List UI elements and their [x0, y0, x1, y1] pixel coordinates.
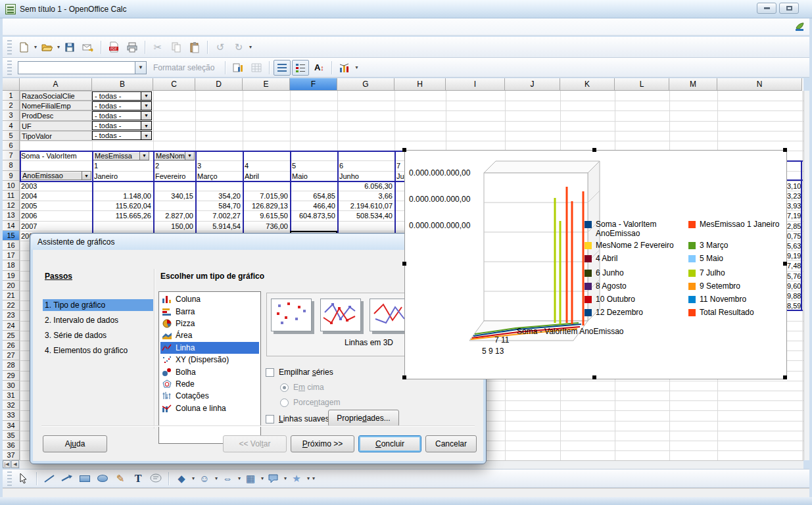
callouts-tool[interactable]	[266, 471, 281, 487]
chevron-down-icon[interactable]: ▾	[57, 44, 60, 50]
cell-G12[interactable]: 2.194.610,07	[339, 201, 393, 211]
row-header-30[interactable]: 30	[3, 381, 20, 391]
column-header-H[interactable]: H	[394, 78, 446, 91]
properties-button[interactable]: Propriedades...	[328, 410, 399, 427]
cell-E14[interactable]: 736,00	[244, 222, 288, 231]
cell-N19[interactable]: 5,76	[787, 272, 801, 281]
cell-N17[interactable]: 9,19	[787, 251, 801, 261]
cell-N14[interactable]: 2,85	[787, 222, 801, 231]
chevron-down-icon[interactable]: ▾	[284, 475, 287, 481]
selection-handle[interactable]	[402, 148, 406, 152]
grid-disabled-button[interactable]	[248, 60, 265, 76]
cell-month-name[interactable]: Março	[197, 172, 241, 181]
cell-month-number[interactable]: 5	[292, 161, 335, 171]
column-header-J[interactable]: J	[505, 78, 560, 91]
cell-N13[interactable]: 7,19	[787, 211, 801, 221]
cell-C13[interactable]: 2.827,00	[155, 211, 193, 221]
row-header-11[interactable]: 11	[3, 191, 20, 201]
scale-text-button[interactable]: A↕	[310, 60, 327, 76]
row-header-13[interactable]: 13	[3, 210, 20, 220]
row-header-2[interactable]: 2	[3, 101, 20, 110]
callout-tool[interactable]	[148, 471, 164, 487]
text-tool[interactable]: T	[130, 471, 146, 487]
cell-N21[interactable]: 9,88	[787, 291, 801, 301]
row-header-20[interactable]: 20	[3, 281, 20, 291]
apply-name-combobox[interactable]: ▼	[18, 61, 147, 74]
row-header-32[interactable]: 32	[3, 400, 20, 410]
cell-month-name[interactable]: Fevereiro	[155, 172, 193, 181]
cell-N12[interactable]: 3,93	[787, 201, 801, 211]
quickstarter-icon[interactable]	[794, 20, 805, 32]
back-button[interactable]: << Voltar	[223, 435, 287, 452]
basic-shapes-tool[interactable]: ◆	[174, 471, 189, 487]
chart-data-table-button[interactable]	[229, 60, 247, 76]
title-bar[interactable]: Sem título 1 - OpenOffice Calc	[0, 0, 812, 18]
chevron-down-icon[interactable]: ▾	[261, 475, 264, 481]
toolbar-grip[interactable]	[7, 60, 12, 75]
chevron-down-icon[interactable]: ▾	[192, 475, 195, 481]
open-button[interactable]	[38, 39, 55, 55]
column-header-G[interactable]: G	[337, 78, 394, 91]
cell-N15[interactable]: 0,75	[787, 231, 801, 241]
help-button[interactable]: Ajuda	[43, 435, 107, 452]
print-button[interactable]	[124, 39, 141, 55]
row-header-22[interactable]: 22	[3, 301, 20, 310]
cancel-button[interactable]: Cancelar	[425, 435, 477, 452]
smooth-lines-checkbox[interactable]: Linhas suaves	[266, 414, 329, 423]
chart-type-xy-dispers-o-[interactable]: XY (Dispersão)	[160, 354, 259, 366]
paste-button[interactable]	[186, 39, 203, 55]
cell-A7[interactable]: Soma - ValorItem	[21, 151, 91, 161]
row-header-19[interactable]: 19	[3, 271, 20, 281]
toolbar-grip[interactable]	[7, 40, 12, 55]
toolbar-grip[interactable]	[7, 471, 12, 486]
cell-month-name[interactable]: Abril	[245, 172, 288, 181]
cell-E12[interactable]: 126.829,13	[244, 201, 288, 211]
toolbar-overflow-icon[interactable]: ▾	[249, 44, 252, 50]
chevron-down-icon[interactable]: ▾	[238, 475, 241, 481]
filter-dropdown-UF[interactable]: - todas -▼	[92, 121, 152, 130]
row-header-23[interactable]: 23	[3, 310, 20, 320]
legend-toggle-button[interactable]	[292, 60, 309, 76]
vertical-scrollbar[interactable]	[803, 91, 809, 460]
cell-D11[interactable]: 354,20	[197, 191, 241, 201]
cell-year-2004[interactable]: 2004	[21, 191, 87, 201]
selection-handle[interactable]	[783, 148, 787, 152]
arrow-tool[interactable]	[59, 471, 75, 487]
new-document-button[interactable]	[15, 39, 32, 55]
cell-C14[interactable]: 150,00	[155, 222, 193, 231]
row-header-25[interactable]: 25	[3, 331, 20, 341]
cell-month-number[interactable]: 3	[197, 161, 241, 171]
cell-F12[interactable]: 466,40	[291, 201, 335, 211]
freeform-line-tool[interactable]: ✎	[112, 471, 128, 487]
cell-year-2005[interactable]: 2005	[21, 201, 87, 211]
column-header-C[interactable]: C	[153, 78, 195, 91]
first-sheet-icon[interactable]: |◀	[3, 460, 11, 468]
filter-dropdown-TipoValor[interactable]: - todas -▼	[92, 131, 152, 140]
row-header-16[interactable]: 16	[3, 241, 20, 251]
finish-button[interactable]: Concluir	[358, 435, 421, 452]
cell-F11[interactable]: 654,85	[291, 191, 335, 201]
cell-F13[interactable]: 604.873,50	[291, 211, 335, 221]
cell-D14[interactable]: 5.914,54	[197, 222, 241, 231]
cell-month-name[interactable]: Maio	[292, 172, 335, 181]
chart-type-coluna-e-linha[interactable]: Coluna e linha	[160, 402, 259, 414]
row-header-7[interactable]: 7	[3, 151, 20, 160]
cell-G11[interactable]: 3,66	[339, 191, 393, 201]
filter-dropdown-RazaoSocialClie[interactable]: - todas -▼	[92, 91, 152, 101]
flowchart-tool[interactable]: ▦	[243, 471, 258, 487]
row-header-15[interactable]: 15	[3, 231, 20, 241]
filter-dropdown-ProdDesc[interactable]: - todas -▼	[92, 111, 152, 120]
filter-dropdown-NomeFilialEmp[interactable]: - todas -▼	[92, 101, 152, 110]
cell-D12[interactable]: 584,70	[197, 201, 241, 211]
column-header-L[interactable]: L	[615, 78, 669, 91]
chevron-down-icon[interactable]: ▼	[185, 152, 194, 160]
row-header-35[interactable]: 35	[3, 431, 20, 441]
row-header-34[interactable]: 34	[3, 421, 20, 431]
cell-year-2007[interactable]: 2007	[21, 222, 87, 231]
selection-handle[interactable]	[783, 375, 787, 379]
redo-button[interactable]: ↻	[230, 39, 247, 55]
selection-handle[interactable]	[402, 375, 406, 379]
column-header-F[interactable]: F	[290, 78, 337, 91]
cell-N10[interactable]: 3,10	[787, 181, 801, 191]
cell-N20[interactable]: 9,60	[787, 281, 801, 291]
